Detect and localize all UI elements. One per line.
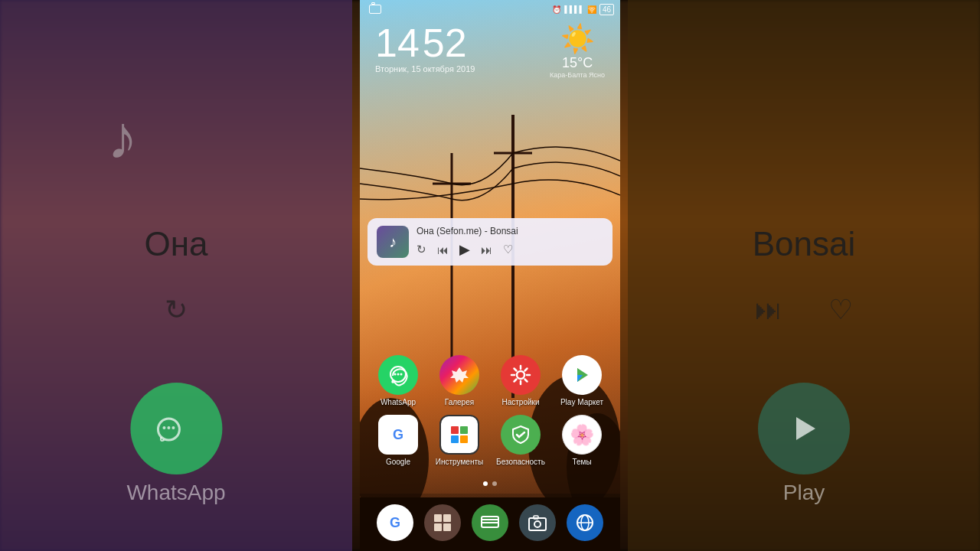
right-controls: ⏭ ♡ [755,294,853,326]
whatsapp-icon [378,355,418,395]
music-title: Она (Sefon.me) - Bonsai [416,226,603,236]
app-tools[interactable]: Инструменты [432,415,487,467]
left-music-note-icon: ♪ [107,103,138,173]
playmarket-icon [562,355,602,395]
dock-pixel[interactable] [424,504,461,541]
settings-icon [501,355,541,395]
svg-point-38 [534,521,541,527]
playmarket-label: Play Маркет [560,398,603,407]
like-button[interactable]: ♡ [503,243,513,256]
dock-messages[interactable] [472,504,508,541]
page-dots [360,481,620,486]
page-dot-1[interactable] [483,481,488,486]
app-settings[interactable]: Настройки [493,355,548,407]
time-display: 14 52 [375,23,475,63]
svg-rect-25 [451,426,459,434]
svg-rect-26 [460,426,468,434]
dock: G [360,494,620,551]
svg-rect-33 [443,523,451,531]
svg-point-15 [394,373,397,376]
svg-point-2 [162,426,165,429]
weather-city: Кара-Балта Ясно [550,71,605,79]
settings-label: Настройки [501,398,539,407]
status-bar-right: ⏰ ▌▌▌▌ 🛜 46 [552,4,614,15]
svg-rect-32 [434,523,442,531]
signal-icon: ▌▌▌▌ [564,5,584,13]
left-whatsapp-label: WhatsApp [126,481,225,505]
right-playstore-icon [758,383,850,474]
status-bar-left [366,5,381,14]
svg-text:G: G [393,427,403,442]
google-label: Google [386,458,410,467]
wifi-icon: 🛜 [587,5,596,14]
time-minute: 52 [423,23,467,63]
music-note-icon: ♪ [389,233,397,251]
left-whatsapp-icon [130,383,222,474]
music-info: Она (Sefon.me) - Bonsai ↻ ⏮ ▶ ⏭ ♡ [416,226,603,258]
svg-point-3 [172,426,175,429]
left-panel: ♪ Она ↻ WhatsApp [0,0,352,551]
weather-sun-icon: ☀️ [550,23,605,55]
status-bar: ⏰ ▌▌▌▌ 🛜 46 [360,0,620,18]
left-song-title: Она [145,225,208,263]
security-icon [501,415,541,455]
app-google[interactable]: G Google [371,415,426,467]
dock-browser[interactable] [567,504,603,541]
tools-label: Инструменты [436,458,483,467]
google-icon: G [378,415,418,455]
date-display: Вторник, 15 октября 2019 [375,64,475,73]
left-repeat-icon: ↻ [165,294,188,326]
themes-label: Темы [572,458,591,467]
app-whatsapp[interactable]: WhatsApp [371,355,426,407]
phone-screen: ⏰ ▌▌▌▌ 🛜 46 14 52 Вторник, 15 октября 20… [360,0,620,551]
dock-google[interactable]: G [377,504,413,541]
svg-marker-18 [450,367,469,383]
time-hour: 14 [375,23,420,63]
time-widget: 14 52 Вторник, 15 октября 2019 [375,23,475,73]
svg-rect-27 [451,435,459,443]
tools-icon [439,415,479,455]
svg-rect-28 [460,435,468,443]
prev-button[interactable]: ⏮ [437,243,449,256]
weather-widget: ☀️ 15°C Кара-Балта Ясно [550,23,605,79]
svg-rect-31 [443,514,451,522]
themes-icon: 🌸 [562,415,602,455]
album-art: ♪ [377,226,409,258]
security-label: Безопасность [496,458,545,467]
right-heart-icon: ♡ [828,294,853,326]
right-song-title: Bonsai [753,225,856,263]
svg-rect-37 [529,518,546,530]
repeat-button[interactable]: ↻ [416,243,426,256]
app-grid: WhatsApp Галерея Настро [360,355,620,474]
right-play-label: Play [783,481,825,505]
svg-marker-4 [796,417,815,440]
app-row-1: WhatsApp Галерея Настро [368,355,612,407]
page-dot-2[interactable] [492,481,497,486]
svg-rect-30 [434,514,442,522]
alarm-icon: ⏰ [552,5,561,14]
play-button[interactable]: ▶ [459,241,470,258]
weather-temperature: 15°C [550,55,605,71]
battery-label: 46 [599,4,614,15]
svg-text:G: G [390,515,400,530]
next-button[interactable]: ⏭ [481,243,492,256]
app-themes[interactable]: 🌸 Темы [554,415,609,467]
right-panel: Bonsai ⏭ ♡ Play [628,0,980,551]
app-playmarket[interactable]: Play Маркет [554,355,609,407]
music-player-notification[interactable]: ♪ Она (Sefon.me) - Bonsai ↻ ⏮ ▶ ⏭ ♡ [368,218,612,266]
svg-point-19 [517,371,524,379]
music-controls: ↻ ⏮ ▶ ⏭ ♡ [416,241,603,258]
app-security[interactable]: Безопасность [493,415,548,467]
svg-point-1 [167,426,170,429]
gallery-icon [439,355,479,395]
right-next-icon: ⏭ [755,294,782,326]
svg-point-17 [400,373,403,376]
svg-point-16 [397,373,400,376]
app-gallery[interactable]: Галерея [432,355,487,407]
gallery-label: Галерея [445,398,474,407]
whatsapp-label: WhatsApp [381,398,416,407]
app-row-2: G Google Инструменты [368,415,612,467]
dock-camera[interactable] [519,504,556,541]
left-controls: ↻ [165,294,188,326]
